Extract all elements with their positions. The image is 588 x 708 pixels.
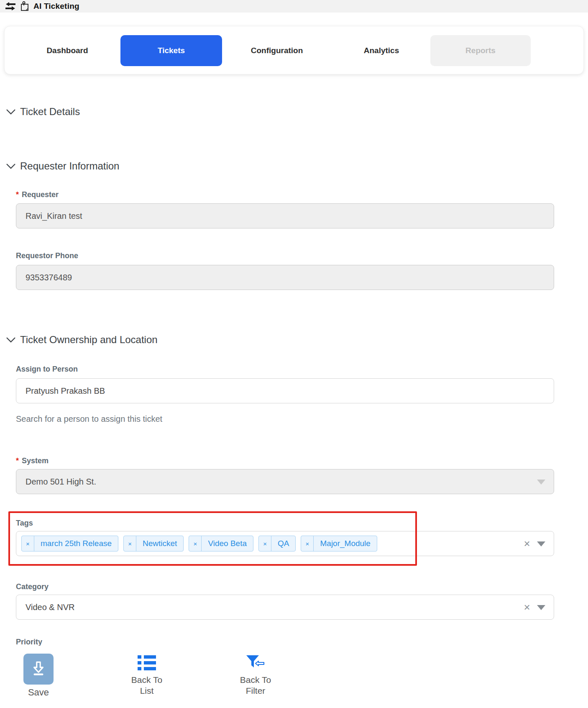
system-value: Demo 501 High St. (26, 477, 96, 487)
remove-tag-icon[interactable]: × (259, 536, 271, 551)
remove-tag-icon[interactable]: × (124, 536, 136, 551)
tags-label: Tags (16, 519, 33, 528)
clear-all-icon[interactable]: × (522, 537, 532, 550)
section-ticket-details[interactable]: Ticket Details (6, 106, 80, 118)
remove-tag-icon[interactable]: × (189, 536, 202, 551)
tag-chip-label: QA (271, 536, 295, 551)
requester-value: Ravi_Kiran test (26, 211, 82, 221)
back-to-filter-label: Back To Filter (240, 675, 271, 696)
required-asterisk: * (16, 190, 19, 199)
system-select[interactable]: Demo 501 High St. (16, 469, 554, 494)
chevron-down-icon (537, 480, 545, 485)
tag-chip-label: Newticket (136, 536, 183, 551)
tag-chip[interactable]: × Newticket (123, 536, 184, 552)
swap-arrows-icon[interactable] (5, 2, 16, 11)
chevron-down-icon[interactable] (537, 541, 545, 546)
requestor-phone-value: 9353376489 (26, 273, 72, 282)
remove-tag-icon[interactable]: × (301, 536, 314, 551)
filter-back-icon (245, 654, 266, 672)
tag-chip[interactable]: × march 25th Release (21, 536, 118, 552)
chevron-down-icon (6, 160, 16, 172)
required-asterisk: * (16, 457, 19, 465)
section-requester-information[interactable]: Requester Information (6, 160, 119, 172)
tab-analytics[interactable]: Analytics (344, 26, 419, 75)
section-title: Requester Information (20, 160, 119, 172)
tags-select[interactable]: × march 25th Release × Newticket × Video… (16, 531, 554, 556)
back-to-list-label: Back To List (131, 675, 162, 696)
category-value: Video & NVR (26, 603, 74, 612)
chevron-down-icon (6, 334, 16, 346)
save-button[interactable] (23, 654, 54, 685)
chevron-down-icon[interactable] (537, 605, 545, 610)
top-bar: AI Ticketing (0, 0, 588, 13)
requestor-phone-label: Requestor Phone (16, 251, 78, 260)
tag-chip[interactable]: × Video Beta (189, 536, 253, 552)
tag-chip-label: march 25th Release (34, 536, 118, 551)
tab-bar: Dashboard Tickets Configuration Analytic… (4, 26, 584, 74)
assign-to-person-value: Pratyush Prakash BB (26, 386, 105, 396)
tag-chip[interactable]: × Major_Module (301, 536, 377, 552)
back-to-filter-button[interactable]: Back To Filter (230, 654, 281, 696)
tab-tickets[interactable]: Tickets (120, 35, 222, 66)
assign-helper-text: Search for a person to assign this ticke… (16, 414, 162, 424)
section-title: Ticket Ownership and Location (20, 334, 158, 346)
footer-toolbar: Save Back To List B (0, 646, 588, 708)
list-icon (137, 654, 156, 672)
tag-chip[interactable]: × QA (258, 536, 296, 552)
section-title: Ticket Details (20, 106, 80, 118)
tab-configuration[interactable]: Configuration (235, 26, 319, 75)
requestor-phone-input[interactable]: 9353376489 (16, 265, 554, 290)
requester-label: *Requester (16, 190, 59, 199)
back-to-list-button[interactable]: Back To List (122, 654, 172, 696)
chevron-down-icon (6, 106, 16, 118)
site-plan-icon (20, 1, 29, 11)
category-label: Category (16, 582, 49, 591)
clear-icon[interactable]: × (522, 600, 532, 614)
section-ticket-ownership[interactable]: Ticket Ownership and Location (6, 334, 158, 346)
system-label: *System (16, 457, 49, 465)
assign-to-person-label: Assign to Person (16, 365, 78, 374)
save-download-icon (30, 659, 47, 679)
tab-dashboard[interactable]: Dashboard (30, 26, 105, 75)
requester-input[interactable]: Ravi_Kiran test (16, 203, 554, 228)
app-title: AI Ticketing (33, 2, 79, 11)
assign-to-person-input[interactable]: Pratyush Prakash BB (16, 378, 554, 403)
tag-chip-label: Major_Module (314, 536, 376, 551)
ticketing-page: AI Ticketing Dashboard Tickets Configura… (0, 0, 588, 708)
tag-chip-list: × march 25th Release × Newticket × Video… (21, 536, 377, 552)
tab-reports[interactable]: Reports (430, 35, 531, 66)
remove-tag-icon[interactable]: × (22, 536, 34, 551)
tag-chip-label: Video Beta (202, 536, 253, 551)
save-button-label: Save (23, 687, 54, 698)
priority-label: Priority (16, 638, 42, 646)
category-select[interactable]: Video & NVR × (16, 595, 554, 620)
